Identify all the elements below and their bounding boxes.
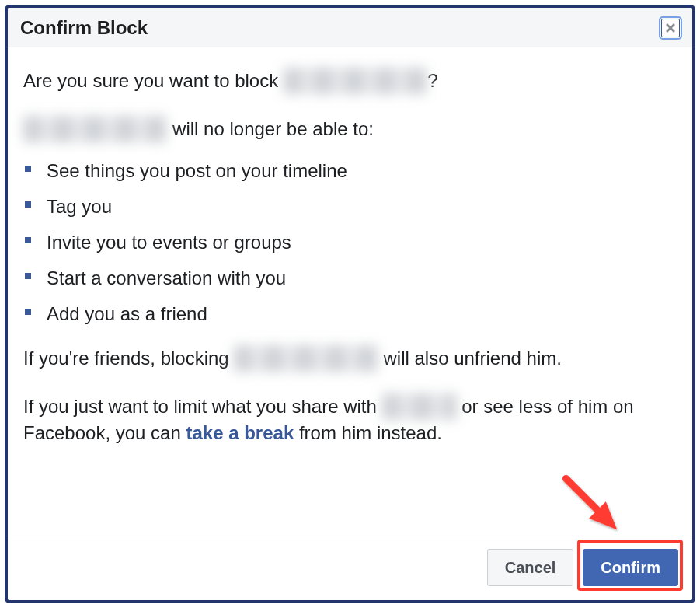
confirm-prompt: Are you sure you want to block Nicholas …: [23, 68, 677, 94]
confirm-button[interactable]: Confirm: [583, 549, 678, 586]
list-item: Add you as a friend: [23, 296, 677, 332]
list-item: Tag you: [23, 189, 677, 225]
prompt-suffix: ?: [427, 70, 437, 91]
limit-prefix: If you just want to limit what you share…: [23, 396, 382, 417]
cancel-button[interactable]: Cancel: [487, 549, 574, 586]
dialog-title: Confirm Block: [20, 17, 148, 39]
prompt-prefix: Are you sure you want to block: [23, 70, 284, 91]
limit-note: If you just want to limit what you share…: [23, 393, 677, 446]
redacted-name: Nicholas Shemet: [284, 68, 427, 94]
unfriend-note: If you're friends, blocking Nicholas She…: [23, 345, 677, 372]
redacted-name-short: Nicholas: [382, 393, 457, 420]
close-button[interactable]: [661, 19, 680, 37]
list-item: Invite you to events or groups: [23, 225, 677, 260]
restrictions-list: See things you post on your timeline Tag…: [23, 153, 677, 332]
confirm-block-dialog: Confirm Block Are you sure you want to b…: [5, 5, 695, 603]
list-intro-suffix: will no longer be able to:: [167, 118, 374, 139]
dialog-titlebar: Confirm Block: [8, 8, 692, 47]
redacted-name: Nicholas Shemet: [234, 345, 378, 372]
take-a-break-link[interactable]: take a break: [186, 422, 294, 443]
unfriend-prefix: If you're friends, blocking: [23, 348, 234, 369]
list-item: Start a conversation with you: [23, 260, 677, 296]
list-intro: Nicholas Shemet will no longer be able t…: [23, 116, 677, 142]
list-item: See things you post on your timeline: [23, 153, 677, 189]
dialog-footer: Cancel Confirm: [8, 536, 692, 600]
redacted-name: Nicholas Shemet: [23, 116, 167, 142]
close-icon: [665, 23, 676, 33]
dialog-body: Are you sure you want to block Nicholas …: [8, 47, 692, 536]
unfriend-suffix: will also unfriend him.: [378, 348, 562, 369]
limit-suffix: from him instead.: [294, 422, 442, 443]
